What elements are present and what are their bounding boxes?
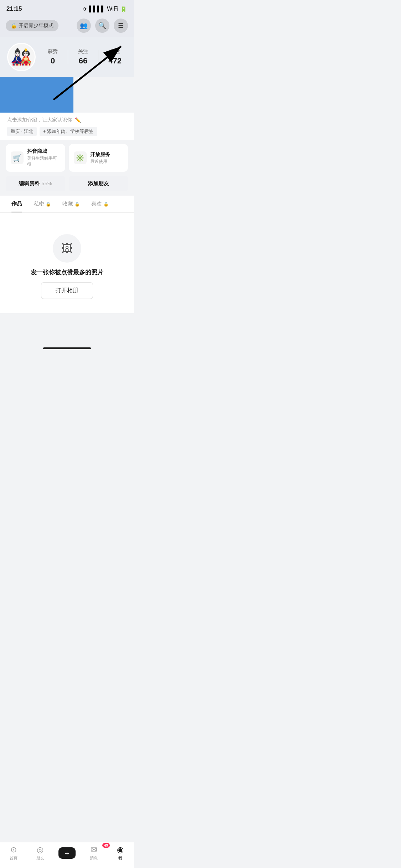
tab-likes-lock: 🔒 [103, 202, 109, 207]
open-service-icon: ✳️ [74, 151, 87, 164]
tab-collections-lock: 🔒 [74, 202, 80, 207]
edit-profile-pct: 55% [41, 180, 52, 186]
shop-service-card[interactable]: 🛒 抖音商城 美好生活触手可得 [6, 144, 65, 172]
menu-button[interactable]: ☰ [114, 19, 128, 33]
youth-mode-button[interactable]: 🔒 开启青少年模式 [6, 20, 58, 31]
bio-text-content: 点击添加介绍，让大家认识你 [7, 117, 72, 123]
signal-icon: ▌▌▌▌ [89, 6, 105, 12]
followers-label: 粉丝 [110, 48, 120, 55]
tab-private-label: 私密 [34, 201, 44, 207]
edit-icon: ✏️ [75, 117, 81, 123]
likes-stat[interactable]: 获赞 0 [48, 48, 58, 66]
home-indicator [43, 347, 91, 349]
location-tag[interactable]: 重庆 · 江北 [7, 127, 37, 136]
add-friend-label: 添加朋友 [88, 180, 109, 186]
stat-divider-2 [98, 50, 98, 64]
friends-button[interactable]: 👥 [77, 19, 91, 33]
edit-profile-button[interactable]: 编辑资料 55% [6, 176, 65, 191]
youth-mode-icon: 🔒 [11, 23, 17, 29]
header-left: 🔒 开启青少年模式 [6, 20, 58, 31]
location-icon: ✈ [83, 6, 87, 12]
likes-label: 获赞 [48, 48, 58, 55]
following-value: 66 [79, 56, 87, 66]
tab-likes[interactable]: 喜欢 🔒 [86, 196, 114, 212]
followers-value: 472 [108, 56, 122, 66]
edit-profile-label: 编辑资料 [19, 180, 41, 186]
shop-icon: 🛒 [11, 151, 24, 164]
menu-icon: ☰ [118, 22, 124, 30]
header-right: 👥 🔍 ☰ [77, 19, 128, 33]
services-row: 🛒 抖音商城 美好生活触手可得 ✳️ 开放服务 最近使用 [0, 140, 134, 176]
tab-works-label: 作品 [11, 201, 22, 207]
search-button[interactable]: 🔍 [95, 19, 109, 33]
add-tag-label: + 添加年龄、学校等标签 [43, 128, 93, 135]
likes-value: 0 [51, 56, 55, 66]
tab-collections-label: 收藏 [62, 201, 73, 207]
bio-placeholder[interactable]: 点击添加介绍，让大家认识你 ✏️ [7, 117, 127, 123]
open-service-card[interactable]: ✳️ 开放服务 最近使用 [69, 144, 128, 172]
tab-collections[interactable]: 收藏 🔒 [57, 196, 86, 212]
open-service-title: 开放服务 [90, 151, 110, 158]
open-album-label: 打开相册 [56, 287, 78, 293]
tab-private-lock: 🔒 [46, 202, 51, 207]
bio-section: 点击添加介绍，让大家认识你 ✏️ 重庆 · 江北 + 添加年龄、学校等标签 [0, 113, 134, 140]
tab-likes-label: 喜欢 [91, 201, 102, 207]
shop-title: 抖音商城 [27, 148, 60, 155]
open-album-button[interactable]: 打开相册 [41, 282, 93, 299]
avatar[interactable]: 🎎 [7, 43, 36, 71]
stat-divider-1 [68, 50, 68, 64]
stats-container: 获赞 0 关注 66 粉丝 472 [43, 48, 127, 66]
search-icon: 🔍 [98, 22, 106, 30]
open-service-info: 开放服务 最近使用 [90, 151, 110, 165]
open-service-subtitle: 最近使用 [90, 159, 110, 165]
status-time: 21:15 [6, 5, 22, 12]
profile-section: 🎎 获赞 0 关注 66 粉丝 472 [0, 37, 134, 77]
status-icons: ✈ ▌▌▌▌ WiFi 🔋 [83, 6, 127, 12]
friends-icon: 👥 [80, 22, 88, 30]
following-label: 关注 [78, 48, 88, 55]
tabs: 作品 私密 🔒 收藏 🔒 喜欢 🔒 [0, 196, 134, 213]
add-tag-button[interactable]: + 添加年龄、学校等标签 [40, 127, 97, 136]
empty-icon-circle: 🖼 [53, 234, 81, 263]
battery-icon: 🔋 [120, 6, 127, 12]
action-buttons: 编辑资料 55% 添加朋友 [0, 176, 134, 196]
add-friend-button[interactable]: 添加朋友 [69, 176, 128, 191]
profile-banner[interactable] [0, 77, 73, 113]
empty-photo-icon: 🖼 [61, 242, 73, 255]
wifi-icon: WiFi [107, 6, 118, 12]
shop-subtitle: 美好生活触手可得 [27, 155, 60, 167]
header: 🔒 开启青少年模式 👥 🔍 ☰ [0, 16, 134, 37]
tab-private[interactable]: 私密 🔒 [28, 196, 57, 212]
following-stat[interactable]: 关注 66 [78, 48, 88, 66]
youth-mode-label: 开启青少年模式 [19, 22, 53, 29]
empty-title: 发一张你被点赞最多的照片 [31, 268, 103, 277]
tags-row: 重庆 · 江北 + 添加年龄、学校等标签 [7, 127, 127, 136]
empty-state: 🖼 发一张你被点赞最多的照片 打开相册 [0, 213, 134, 313]
followers-stat[interactable]: 粉丝 472 [108, 48, 122, 66]
status-bar: 21:15 ✈ ▌▌▌▌ WiFi 🔋 [0, 0, 134, 16]
shop-info: 抖音商城 美好生活触手可得 [27, 148, 60, 167]
avatar-image: 🎎 [11, 47, 32, 67]
tab-works[interactable]: 作品 [6, 196, 28, 212]
